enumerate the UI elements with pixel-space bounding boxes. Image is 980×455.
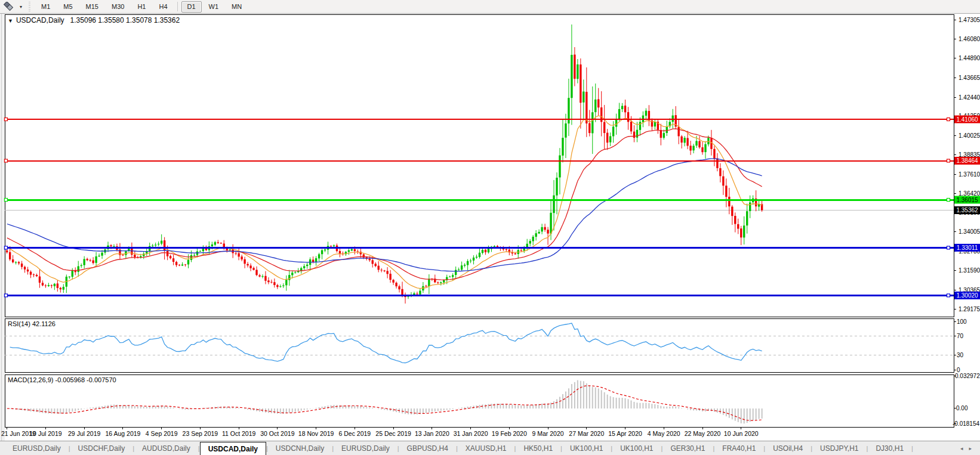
chart-tab-hk50-h1[interactable]: HK50,H1 — [516, 441, 560, 455]
svg-text:1.29175: 1.29175 — [959, 306, 980, 312]
timeframe-toolbar: ▾ M1M5M15M30H1H4D1W1MN — [0, 0, 980, 14]
tile-windows-icon-glyph — [3, 2, 17, 11]
timeframe-button-m5[interactable]: M5 — [57, 1, 78, 13]
svg-text:1.36420: 1.36420 — [959, 190, 980, 197]
svg-text:1.42440: 1.42440 — [959, 94, 980, 101]
timeframe-button-h4[interactable]: H4 — [153, 1, 173, 13]
svg-text:30 Oct 2019: 30 Oct 2019 — [260, 430, 294, 437]
time-axis: 21 Jun 201910 Jul 201929 Jul 201916 Aug … — [1, 427, 759, 437]
tab-separator: | — [911, 441, 913, 455]
svg-text:1.31590: 1.31590 — [959, 267, 980, 274]
svg-text:19 Feb 2020: 19 Feb 2020 — [492, 430, 527, 437]
svg-text:-0.018154: -0.018154 — [953, 420, 979, 427]
chart-title: ▼USDCAD,Daily1.35096 1.35580 1.35078 1.3… — [8, 16, 180, 24]
chart-tab-uk100-h1[interactable]: UK100,H1 — [612, 441, 661, 455]
svg-text:1.34005: 1.34005 — [959, 228, 980, 235]
svg-text:70: 70 — [957, 333, 964, 339]
svg-text:25 Dec 2019: 25 Dec 2019 — [375, 430, 411, 437]
chart-tab-eurusd-daily[interactable]: EURUSD,Daily — [5, 441, 69, 455]
svg-text:1.47305: 1.47305 — [959, 17, 980, 23]
timeframe-button-mn[interactable]: MN — [226, 1, 248, 13]
svg-text:4 May 2020: 4 May 2020 — [648, 430, 680, 437]
svg-text:1.33011: 1.33011 — [957, 244, 978, 251]
chart-canvas[interactable]: 1.473051.460801.448901.436651.424401.412… — [0, 13, 980, 441]
chart-tab-gbpusd-h4[interactable]: GBPUSD,H4 — [399, 441, 456, 455]
svg-text:29 Jul 2019: 29 Jul 2019 — [68, 430, 100, 437]
chart-tab-usdchf-daily[interactable]: USDCHF,Daily — [70, 441, 133, 455]
svg-text:1.43665: 1.43665 — [959, 75, 980, 81]
chart-tab-usoil-h4[interactable]: USOil,H4 — [765, 441, 810, 455]
svg-text:1.38464: 1.38464 — [956, 157, 978, 164]
toolbar-drag-handle[interactable] — [28, 2, 31, 11]
chart-tab-ger30-h1[interactable]: GER30,H1 — [662, 441, 713, 455]
svg-text:23 Sep 2019: 23 Sep 2019 — [183, 430, 218, 437]
svg-text:1.35362: 1.35362 — [956, 207, 978, 213]
svg-text:6 Dec 2019: 6 Dec 2019 — [339, 430, 371, 437]
svg-text:4 Sep 2019: 4 Sep 2019 — [146, 430, 178, 437]
svg-text:0: 0 — [957, 367, 960, 373]
svg-text:1.44890: 1.44890 — [959, 55, 980, 61]
tab-scroll-right-icon[interactable]: ▸ — [969, 445, 972, 451]
timeframe-button-m30[interactable]: M30 — [106, 1, 130, 13]
timeframe-button-m1[interactable]: M1 — [35, 1, 56, 13]
svg-text:100: 100 — [957, 318, 967, 325]
chart-tab-fra40-h1[interactable]: FRA40,H1 — [714, 441, 763, 455]
rsi-indicator-label: RSI(14) 42.1126 — [8, 320, 56, 327]
chart-tab-usdcad-daily[interactable]: USDCAD,Daily — [200, 442, 266, 455]
svg-text:22 May 2020: 22 May 2020 — [685, 430, 721, 437]
chart-symbol-period: USDCAD,Daily — [16, 16, 64, 24]
svg-text:1.46080: 1.46080 — [959, 36, 980, 42]
chart-ohlc-values: 1.35096 1.35580 1.35078 1.35362 — [70, 16, 180, 24]
tab-scrollers: ◂ ▸ — [960, 441, 980, 455]
chart-tab-audusd-daily[interactable]: AUDUSD,Daily — [134, 441, 198, 455]
svg-text:11 Oct 2019: 11 Oct 2019 — [222, 430, 256, 437]
mt4-window: ▾ M1M5M15M30H1H4D1W1MN 1.473051.460801.4… — [0, 0, 980, 455]
chart-tab-usdjpy-h1[interactable]: USDJPY,H1 — [812, 441, 866, 455]
svg-text:9 Mar 2020: 9 Mar 2020 — [532, 430, 563, 437]
svg-text:13 Jan 2020: 13 Jan 2020 — [415, 430, 449, 437]
chevron-down-icon: ▾ — [20, 4, 22, 10]
svg-text:27 Mar 2020: 27 Mar 2020 — [569, 430, 604, 437]
tile-windows-icon[interactable]: ▾ — [2, 1, 23, 12]
svg-text:0.032972: 0.032972 — [955, 373, 980, 379]
svg-text:31 Jan 2020: 31 Jan 2020 — [454, 430, 488, 437]
chart-dropdown-caret-icon[interactable]: ▼ — [8, 18, 13, 24]
toolbar-group-separator — [177, 2, 178, 11]
svg-text:1.37610: 1.37610 — [959, 171, 980, 178]
chart-tab-uk100-h1[interactable]: UK100,H1 — [562, 441, 611, 455]
tab-bar-left-pad — [0, 441, 5, 455]
chart-tab-usdcnh-daily[interactable]: USDCNH,Daily — [268, 441, 332, 455]
svg-text:1.40025: 1.40025 — [959, 132, 980, 139]
svg-text:18 Nov 2019: 18 Nov 2019 — [298, 430, 334, 437]
macd-indicator-label: MACD(12,26,9) -0.005968 -0.007570 — [8, 376, 116, 383]
svg-text:1.41060: 1.41060 — [956, 116, 978, 123]
chart-tab-xauusd-h1[interactable]: XAUUSD,H1 — [458, 441, 514, 455]
chart-tab-eurusd-daily[interactable]: EURUSD,Daily — [334, 441, 397, 455]
svg-text:1.30020: 1.30020 — [956, 292, 978, 299]
svg-text:15 Apr 2020: 15 Apr 2020 — [608, 430, 642, 437]
timeframe-button-h1[interactable]: H1 — [131, 1, 152, 13]
timeframe-button-m15[interactable]: M15 — [80, 1, 104, 13]
current-price-chip: 1.35362 — [954, 206, 980, 214]
svg-text:10 Jul 2019: 10 Jul 2019 — [29, 430, 61, 437]
chart-tab-bar: EURUSD,Daily|USDCHF,Daily|AUDUSD,Daily|U… — [0, 441, 980, 455]
svg-text:1.36015: 1.36015 — [956, 197, 978, 203]
tab-scroll-left-icon[interactable]: ◂ — [960, 445, 963, 451]
svg-text:16 Aug 2019: 16 Aug 2019 — [105, 430, 140, 437]
svg-text:30: 30 — [957, 352, 964, 358]
svg-text:10 Jun 2020: 10 Jun 2020 — [724, 430, 759, 437]
timeframe-button-w1[interactable]: W1 — [203, 1, 225, 13]
svg-text:0.00: 0.00 — [956, 405, 968, 411]
chart-tab-dj30-h1[interactable]: DJ30,H1 — [868, 441, 911, 455]
timeframe-button-d1[interactable]: D1 — [181, 1, 202, 13]
